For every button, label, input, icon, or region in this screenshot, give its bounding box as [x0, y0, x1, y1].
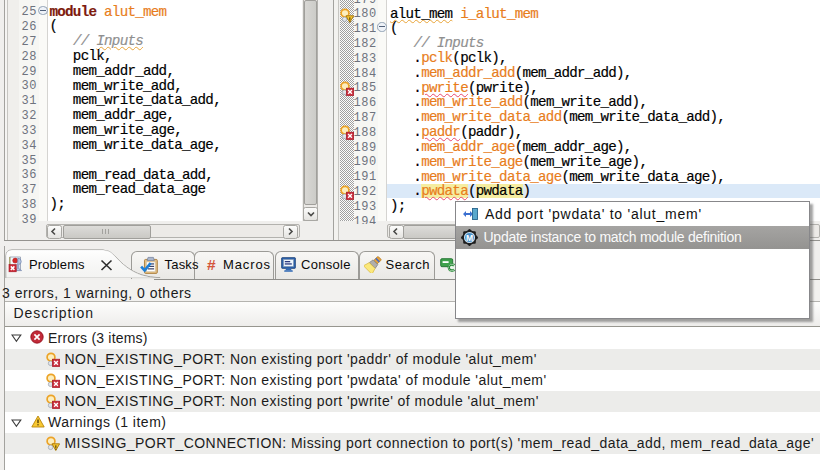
- svg-text:M: M: [466, 232, 473, 242]
